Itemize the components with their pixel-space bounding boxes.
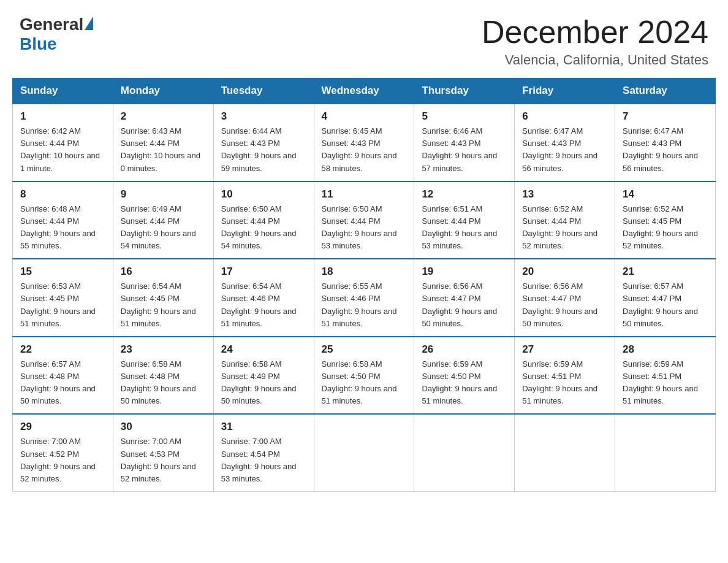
day-info: Sunrise: 6:43 AMSunset: 4:44 PMDaylight:… bbox=[121, 125, 206, 175]
calendar-week-row: 1Sunrise: 6:42 AMSunset: 4:44 PMDaylight… bbox=[13, 104, 716, 182]
day-number: 11 bbox=[322, 188, 407, 201]
day-number: 1 bbox=[20, 110, 105, 123]
calendar-cell: 22Sunrise: 6:57 AMSunset: 4:48 PMDayligh… bbox=[13, 337, 113, 415]
calendar-header-tuesday: Tuesday bbox=[213, 79, 314, 104]
calendar-cell: 21Sunrise: 6:57 AMSunset: 4:47 PMDayligh… bbox=[615, 259, 716, 337]
calendar-week-row: 15Sunrise: 6:53 AMSunset: 4:45 PMDayligh… bbox=[13, 259, 716, 337]
calendar-cell: 3Sunrise: 6:44 AMSunset: 4:43 PMDaylight… bbox=[213, 104, 314, 182]
calendar-cell: 24Sunrise: 6:58 AMSunset: 4:49 PMDayligh… bbox=[213, 337, 314, 415]
calendar-cell: 16Sunrise: 6:54 AMSunset: 4:45 PMDayligh… bbox=[113, 259, 213, 337]
day-number: 10 bbox=[221, 188, 306, 201]
logo: General Blue bbox=[20, 15, 93, 54]
calendar-cell: 14Sunrise: 6:52 AMSunset: 4:45 PMDayligh… bbox=[615, 182, 716, 259]
day-number: 23 bbox=[121, 343, 206, 356]
calendar-cell: 20Sunrise: 6:56 AMSunset: 4:47 PMDayligh… bbox=[515, 259, 615, 337]
day-number: 14 bbox=[623, 188, 708, 201]
calendar-cell: 25Sunrise: 6:58 AMSunset: 4:50 PMDayligh… bbox=[314, 337, 414, 415]
day-number: 20 bbox=[522, 266, 607, 278]
day-number: 26 bbox=[422, 343, 507, 356]
day-number: 6 bbox=[522, 110, 607, 123]
day-info: Sunrise: 6:50 AMSunset: 4:44 PMDaylight:… bbox=[322, 203, 407, 253]
calendar-cell: 18Sunrise: 6:55 AMSunset: 4:46 PMDayligh… bbox=[314, 259, 414, 337]
day-info: Sunrise: 7:00 AMSunset: 4:54 PMDaylight:… bbox=[221, 435, 306, 485]
logo-blue-text: Blue bbox=[20, 34, 57, 54]
day-info: Sunrise: 6:59 AMSunset: 4:51 PMDaylight:… bbox=[623, 358, 708, 408]
day-number: 8 bbox=[20, 188, 105, 201]
calendar-cell: 8Sunrise: 6:48 AMSunset: 4:44 PMDaylight… bbox=[13, 182, 113, 259]
day-number: 22 bbox=[20, 343, 105, 356]
day-info: Sunrise: 6:55 AMSunset: 4:46 PMDaylight:… bbox=[322, 280, 407, 330]
day-number: 16 bbox=[121, 266, 206, 278]
calendar-cell bbox=[414, 414, 515, 491]
day-info: Sunrise: 6:53 AMSunset: 4:45 PMDaylight:… bbox=[20, 280, 105, 330]
day-number: 13 bbox=[522, 188, 607, 201]
day-info: Sunrise: 6:54 AMSunset: 4:46 PMDaylight:… bbox=[221, 280, 306, 330]
calendar-header-thursday: Thursday bbox=[414, 79, 515, 104]
calendar-cell: 29Sunrise: 7:00 AMSunset: 4:52 PMDayligh… bbox=[13, 414, 113, 491]
day-info: Sunrise: 6:50 AMSunset: 4:44 PMDaylight:… bbox=[221, 203, 306, 253]
day-info: Sunrise: 6:56 AMSunset: 4:47 PMDaylight:… bbox=[522, 280, 607, 330]
day-number: 3 bbox=[221, 110, 306, 123]
day-info: Sunrise: 7:00 AMSunset: 4:53 PMDaylight:… bbox=[121, 435, 206, 485]
day-number: 5 bbox=[422, 110, 507, 123]
day-info: Sunrise: 6:46 AMSunset: 4:43 PMDaylight:… bbox=[422, 125, 507, 175]
calendar-cell: 17Sunrise: 6:54 AMSunset: 4:46 PMDayligh… bbox=[213, 259, 314, 337]
day-info: Sunrise: 6:44 AMSunset: 4:43 PMDaylight:… bbox=[221, 125, 306, 175]
calendar-cell: 23Sunrise: 6:58 AMSunset: 4:48 PMDayligh… bbox=[113, 337, 213, 415]
calendar-header-monday: Monday bbox=[113, 79, 213, 104]
calendar-cell: 6Sunrise: 6:47 AMSunset: 4:43 PMDaylight… bbox=[515, 104, 615, 182]
day-info: Sunrise: 6:51 AMSunset: 4:44 PMDaylight:… bbox=[422, 203, 507, 253]
day-info: Sunrise: 6:58 AMSunset: 4:48 PMDaylight:… bbox=[121, 358, 206, 408]
day-info: Sunrise: 6:57 AMSunset: 4:48 PMDaylight:… bbox=[20, 358, 105, 408]
day-info: Sunrise: 6:57 AMSunset: 4:47 PMDaylight:… bbox=[623, 280, 708, 330]
day-number: 25 bbox=[322, 343, 407, 356]
day-info: Sunrise: 6:42 AMSunset: 4:44 PMDaylight:… bbox=[20, 125, 105, 175]
calendar-cell: 26Sunrise: 6:59 AMSunset: 4:50 PMDayligh… bbox=[414, 337, 515, 415]
calendar-cell: 19Sunrise: 6:56 AMSunset: 4:47 PMDayligh… bbox=[414, 259, 515, 337]
day-number: 30 bbox=[121, 421, 206, 433]
calendar-header-saturday: Saturday bbox=[615, 79, 716, 104]
day-info: Sunrise: 6:48 AMSunset: 4:44 PMDaylight:… bbox=[20, 203, 105, 253]
calendar-cell bbox=[314, 414, 414, 491]
day-info: Sunrise: 6:52 AMSunset: 4:44 PMDaylight:… bbox=[522, 203, 607, 253]
calendar-week-row: 22Sunrise: 6:57 AMSunset: 4:48 PMDayligh… bbox=[13, 337, 716, 415]
day-info: Sunrise: 6:49 AMSunset: 4:44 PMDaylight:… bbox=[121, 203, 206, 253]
day-info: Sunrise: 6:54 AMSunset: 4:45 PMDaylight:… bbox=[121, 280, 206, 330]
calendar-cell: 5Sunrise: 6:46 AMSunset: 4:43 PMDaylight… bbox=[414, 104, 515, 182]
calendar-cell: 15Sunrise: 6:53 AMSunset: 4:45 PMDayligh… bbox=[13, 259, 113, 337]
calendar-cell: 28Sunrise: 6:59 AMSunset: 4:51 PMDayligh… bbox=[615, 337, 716, 415]
calendar-cell: 13Sunrise: 6:52 AMSunset: 4:44 PMDayligh… bbox=[515, 182, 615, 259]
day-info: Sunrise: 6:52 AMSunset: 4:45 PMDaylight:… bbox=[623, 203, 708, 253]
day-info: Sunrise: 6:59 AMSunset: 4:51 PMDaylight:… bbox=[522, 358, 607, 408]
calendar-cell: 7Sunrise: 6:47 AMSunset: 4:43 PMDaylight… bbox=[615, 104, 716, 182]
day-info: Sunrise: 6:47 AMSunset: 4:43 PMDaylight:… bbox=[522, 125, 607, 175]
day-info: Sunrise: 6:56 AMSunset: 4:47 PMDaylight:… bbox=[422, 280, 507, 330]
day-number: 31 bbox=[221, 421, 306, 433]
day-info: Sunrise: 6:45 AMSunset: 4:43 PMDaylight:… bbox=[322, 125, 407, 175]
calendar-cell: 10Sunrise: 6:50 AMSunset: 4:44 PMDayligh… bbox=[213, 182, 314, 259]
day-number: 15 bbox=[20, 266, 105, 278]
calendar-header-row: SundayMondayTuesdayWednesdayThursdayFrid… bbox=[13, 79, 716, 104]
calendar-cell: 9Sunrise: 6:49 AMSunset: 4:44 PMDaylight… bbox=[113, 182, 213, 259]
day-number: 17 bbox=[221, 266, 306, 278]
calendar-header-wednesday: Wednesday bbox=[314, 79, 414, 104]
logo-arrow-icon bbox=[85, 17, 93, 30]
calendar-cell: 30Sunrise: 7:00 AMSunset: 4:53 PMDayligh… bbox=[113, 414, 213, 491]
location-text: Valencia, California, United States bbox=[482, 52, 708, 68]
calendar-header-friday: Friday bbox=[515, 79, 615, 104]
page-header: General Blue December 2024 Valencia, Cal… bbox=[0, 0, 728, 78]
calendar-cell: 27Sunrise: 6:59 AMSunset: 4:51 PMDayligh… bbox=[515, 337, 615, 415]
calendar-cell: 11Sunrise: 6:50 AMSunset: 4:44 PMDayligh… bbox=[314, 182, 414, 259]
calendar-cell: 12Sunrise: 6:51 AMSunset: 4:44 PMDayligh… bbox=[414, 182, 515, 259]
day-number: 21 bbox=[623, 266, 708, 278]
day-number: 28 bbox=[623, 343, 708, 356]
day-number: 4 bbox=[322, 110, 407, 123]
day-number: 12 bbox=[422, 188, 507, 201]
day-number: 19 bbox=[422, 266, 507, 278]
day-number: 7 bbox=[623, 110, 708, 123]
calendar-header-sunday: Sunday bbox=[13, 79, 113, 104]
calendar-cell bbox=[615, 414, 716, 491]
title-section: December 2024 Valencia, California, Unit… bbox=[482, 15, 708, 68]
calendar-cell: 31Sunrise: 7:00 AMSunset: 4:54 PMDayligh… bbox=[213, 414, 314, 491]
day-info: Sunrise: 6:58 AMSunset: 4:50 PMDaylight:… bbox=[322, 358, 407, 408]
